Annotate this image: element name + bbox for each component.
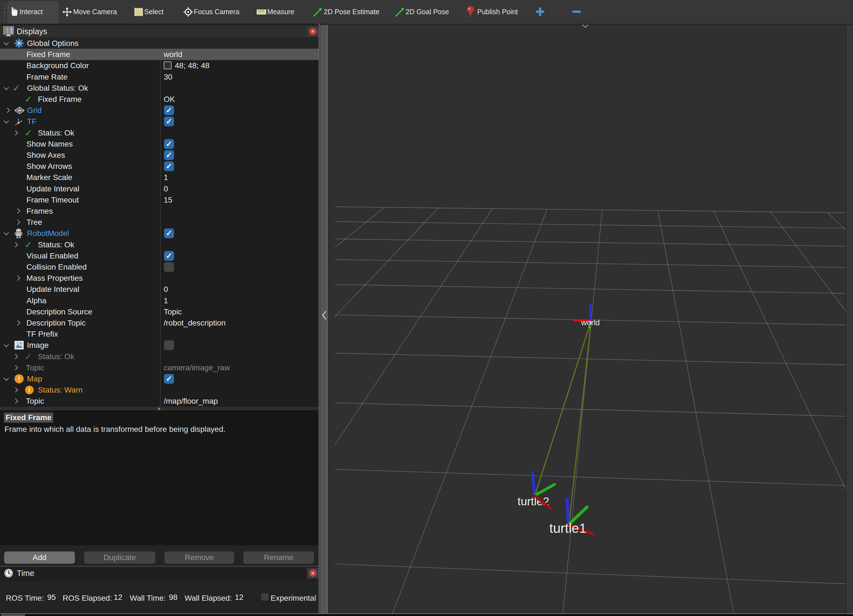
svg-text:world: world [581,318,600,327]
svg-text:turtle1: turtle1 [549,521,586,536]
svg-text:turtle2: turtle2 [518,495,549,508]
